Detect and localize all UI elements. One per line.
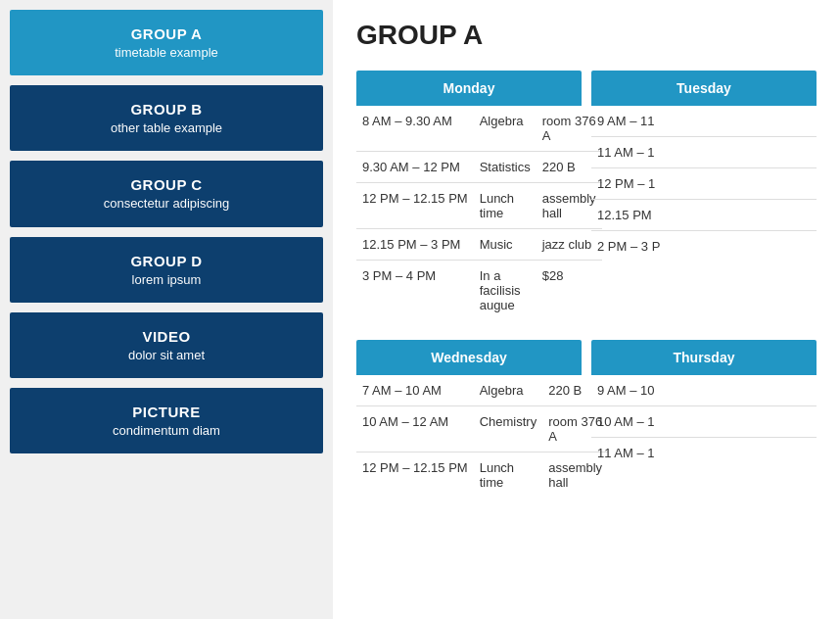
table-row: 9 AM – 10: [591, 375, 817, 406]
time-cell: 12.15 PM – 3 PM: [356, 229, 474, 261]
location-cell: [797, 406, 817, 438]
table-row: 12.15 PM – 3 PM Music jazz club: [356, 229, 602, 261]
subject-cell: [699, 200, 797, 231]
page-title: GROUP A: [356, 20, 817, 51]
time-cell: 3 PM – 4 PM: [356, 261, 474, 321]
subject-cell: [699, 168, 797, 200]
table-row: 11 AM – 1: [591, 137, 817, 168]
subject-cell: Statistics: [474, 152, 537, 183]
sidebar-item-title: GROUP D: [20, 251, 313, 271]
table-row: 12 PM – 12.15 PM Lunch time assembly hal…: [356, 183, 602, 229]
time-cell: 9 AM – 11: [591, 106, 699, 137]
sidebar-item-title: GROUP B: [20, 99, 313, 119]
table-row: 10 AM – 1: [591, 406, 817, 438]
table-row: 9.30 AM – 12 PM Statistics 220 B: [356, 152, 602, 183]
timetable-day-tuesday: Tuesday 9 AM – 11 11 AM – 1 12 PM – 1 12…: [591, 71, 817, 320]
location-cell: [797, 200, 817, 231]
time-cell: 9.30 AM – 12 PM: [356, 152, 474, 183]
sections-container: Monday 8 AM – 9.30 AM Algebra room 376 A…: [356, 71, 817, 498]
subject-cell: [699, 231, 797, 262]
location-cell: [797, 438, 817, 469]
sidebar-item-subtitle: condimentum diam: [20, 422, 313, 440]
timetable-table-wednesday: 7 AM – 10 AM Algebra 220 B 10 AM – 12 AM…: [356, 375, 608, 498]
day-header-tuesday: Tuesday: [591, 71, 817, 106]
sidebar-item-video[interactable]: VIDEO dolor sit amet: [10, 312, 323, 378]
table-row: 9 AM – 11: [591, 106, 817, 137]
sidebar-item-subtitle: other table example: [20, 119, 313, 137]
table-row: 12 PM – 12.15 PM Lunch time assembly hal…: [356, 452, 608, 499]
table-row: 3 PM – 4 PM In a facilisis augue $28: [356, 261, 602, 321]
time-cell: 8 AM – 9.30 AM: [356, 106, 474, 152]
time-cell: 12 PM – 12.15 PM: [356, 452, 474, 499]
sidebar-item-group-c[interactable]: GROUP C consectetur adipiscing: [10, 161, 323, 226]
location-cell: [797, 375, 817, 406]
time-cell: 10 AM – 12 AM: [356, 406, 474, 452]
location-cell: [797, 106, 817, 137]
location-cell: [797, 168, 817, 200]
sidebar-item-subtitle: consectetur adipiscing: [20, 195, 313, 213]
table-row: 10 AM – 12 AM Chemistry room 376 A: [356, 406, 608, 452]
location-cell: [797, 137, 817, 168]
table-row: 11 AM – 1: [591, 438, 817, 469]
sidebar-item-subtitle: lorem ipsum: [20, 271, 313, 289]
timetable-table-tuesday: 9 AM – 11 11 AM – 1 12 PM – 1 12.15 PM: [591, 106, 817, 262]
subject-cell: Algebra: [474, 106, 537, 152]
timetable-day-monday: Monday 8 AM – 9.30 AM Algebra room 376 A…: [356, 71, 582, 320]
table-row: 7 AM – 10 AM Algebra 220 B: [356, 375, 608, 406]
sidebar-item-title: PICTURE: [20, 402, 313, 422]
sidebar-item-subtitle: dolor sit amet: [20, 347, 313, 364]
subject-cell: [699, 375, 797, 406]
timetable-grid: Wednesday 7 AM – 10 AM Algebra 220 B 10 …: [356, 340, 817, 498]
location-cell: [797, 231, 817, 262]
subject-cell: Music: [474, 229, 537, 261]
time-cell: 9 AM – 10: [591, 375, 699, 406]
time-cell: 11 AM – 1: [591, 137, 699, 168]
subject-cell: Algebra: [474, 375, 543, 406]
day-header-wednesday: Wednesday: [356, 340, 582, 375]
time-cell: 11 AM – 1: [591, 438, 699, 469]
sidebar-item-title: GROUP C: [20, 174, 313, 195]
subject-cell: [699, 406, 797, 438]
subject-cell: Lunch time: [474, 183, 537, 229]
subject-cell: [699, 106, 797, 137]
timetable-section-section-1: Monday 8 AM – 9.30 AM Algebra room 376 A…: [356, 71, 817, 320]
subject-cell: Chemistry: [474, 406, 543, 452]
time-cell: 12 PM – 12.15 PM: [356, 183, 474, 229]
table-row: 8 AM – 9.30 AM Algebra room 376 A: [356, 106, 602, 152]
sidebar-item-picture[interactable]: PICTURE condimentum diam: [10, 388, 323, 453]
day-header-monday: Monday: [356, 71, 582, 106]
subject-cell: [699, 137, 797, 168]
time-cell: 12.15 PM: [591, 200, 699, 231]
table-row: 12 PM – 1: [591, 168, 817, 200]
table-row: 12.15 PM: [591, 200, 817, 231]
time-cell: 12 PM – 1: [591, 168, 699, 200]
main-content: GROUP A Monday 8 AM – 9.30 AM Algebra ro…: [333, 0, 840, 619]
subject-cell: [699, 438, 797, 469]
sidebar-item-title: GROUP A: [20, 24, 313, 44]
timetable-day-thursday: Thursday 9 AM – 10 10 AM – 1 11 AM – 1: [591, 340, 817, 498]
timetable-table-thursday: 9 AM – 10 10 AM – 1 11 AM – 1: [591, 375, 817, 468]
sidebar-item-group-a[interactable]: GROUP A timetable example: [10, 10, 323, 75]
timetable-day-wednesday: Wednesday 7 AM – 10 AM Algebra 220 B 10 …: [356, 340, 582, 498]
time-cell: 10 AM – 1: [591, 406, 699, 438]
table-row: 2 PM – 3 P: [591, 231, 817, 262]
subject-cell: Lunch time: [474, 452, 543, 499]
sidebar-item-subtitle: timetable example: [20, 44, 313, 62]
subject-cell: In a facilisis augue: [474, 261, 537, 321]
time-cell: 2 PM – 3 P: [591, 231, 699, 262]
timetable-grid: Monday 8 AM – 9.30 AM Algebra room 376 A…: [356, 71, 817, 320]
timetable-section-section-2: Wednesday 7 AM – 10 AM Algebra 220 B 10 …: [356, 340, 817, 498]
sidebar-item-title: VIDEO: [20, 326, 313, 347]
day-header-thursday: Thursday: [591, 340, 817, 375]
time-cell: 7 AM – 10 AM: [356, 375, 474, 406]
sidebar-item-group-d[interactable]: GROUP D lorem ipsum: [10, 237, 323, 303]
timetable-table-monday: 8 AM – 9.30 AM Algebra room 376 A 9.30 A…: [356, 106, 602, 320]
sidebar: GROUP A timetable example GROUP B other …: [0, 0, 333, 619]
sidebar-item-group-b[interactable]: GROUP B other table example: [10, 85, 323, 151]
